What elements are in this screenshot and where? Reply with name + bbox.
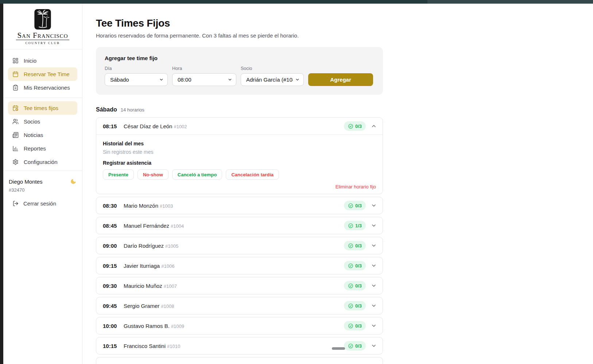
attendance-button-presente[interactable]: Presente bbox=[103, 169, 134, 180]
sidebar-item-socios[interactable]: Socios bbox=[8, 115, 77, 128]
sidebar-item-mis-reservaciones[interactable]: Mis Reservaciones bbox=[8, 81, 77, 94]
chevron-down-icon[interactable] bbox=[371, 303, 377, 309]
member-id: #1010 bbox=[167, 344, 180, 349]
sidebar-item-reservar-tee-time[interactable]: Reservar Tee Time bbox=[8, 67, 77, 81]
member-name: Mario Monzón#1003 bbox=[124, 203, 344, 209]
attendance-button-cancelaci-n-tard-a[interactable]: Cancelación tardía bbox=[226, 169, 279, 180]
sidebar-item-noticias[interactable]: Noticias bbox=[8, 128, 77, 142]
hora-label: Hora bbox=[172, 66, 236, 71]
sidebar-item-label: Tee times fijos bbox=[24, 105, 58, 111]
socio-label: Socio bbox=[241, 66, 304, 71]
faults-badge: 0/3 bbox=[344, 121, 366, 131]
tee-time-row[interactable]: 09:30 Mauricio Muñoz#1007 0/3 bbox=[96, 277, 383, 294]
tee-time: 09:45 bbox=[103, 303, 124, 309]
faults-count: 0/3 bbox=[355, 124, 362, 129]
chevron-down-icon[interactable] bbox=[371, 203, 377, 208]
tee-time: 10:15 bbox=[103, 343, 124, 349]
chevron-down-icon[interactable] bbox=[371, 343, 377, 349]
tee-time-card: 08:15 César Díaz de León#1002 0/3 Histor… bbox=[96, 117, 383, 194]
tee-time-row[interactable]: 08:15 César Díaz de León#1002 0/3 bbox=[96, 118, 383, 134]
sidebar-item-tee-times-fijos[interactable]: Tee times fijos bbox=[8, 101, 77, 115]
faults-count: 0/3 bbox=[355, 343, 362, 349]
tee-time-row[interactable]: 08:45 Manuel Fernández#1004 1/3 bbox=[96, 217, 383, 234]
calendar-icon bbox=[12, 71, 19, 77]
user-name: Diego Montes bbox=[9, 179, 43, 185]
tee-time-row[interactable]: 09:15 Javier Iturriaga#1006 0/3 bbox=[96, 257, 383, 274]
chevron-down-icon[interactable] bbox=[371, 283, 377, 289]
member-name: Francisco Santini#1010 bbox=[124, 343, 344, 349]
member-id: #1004 bbox=[171, 223, 184, 229]
member-name: Manuel Fernández#1004 bbox=[124, 223, 344, 229]
chevron-down-icon bbox=[228, 77, 232, 82]
faults-count: 0/3 bbox=[355, 263, 362, 269]
dia-select[interactable]: Sábado bbox=[105, 73, 168, 86]
delete-fixed-tee-time-link[interactable]: Eliminar horario fijo bbox=[103, 184, 376, 189]
faults-badge: 0/3 bbox=[344, 261, 366, 270]
faults-count: 1/3 bbox=[355, 223, 362, 228]
attendance-button-cancel-a-tiempo[interactable]: Canceló a tiempo bbox=[172, 169, 222, 180]
tee-time: 10:00 bbox=[103, 323, 124, 329]
chevron-down-icon[interactable] bbox=[371, 243, 377, 248]
sidebar-divider bbox=[3, 98, 82, 98]
tee-time-card: 10:15 Francisco Santini#1010 0/3 bbox=[96, 337, 383, 355]
member-name: César Díaz de León#1002 bbox=[124, 123, 344, 129]
newspaper-icon bbox=[12, 132, 19, 138]
attendance-button-no-show[interactable]: No-show bbox=[137, 169, 168, 180]
scroll-indicator[interactable] bbox=[332, 347, 345, 350]
chevron-down-icon[interactable] bbox=[371, 263, 377, 269]
member-id: #1009 bbox=[171, 324, 184, 329]
member-id: #1005 bbox=[165, 243, 178, 249]
member-name: Mauricio Muñoz#1007 bbox=[124, 283, 344, 289]
tee-time-row[interactable]: 10:00 Gustavo Ramos B.#1009 0/3 bbox=[96, 317, 383, 334]
chevron-up-icon[interactable] bbox=[371, 123, 377, 129]
faults-badge: 0/3 bbox=[344, 241, 366, 250]
tee-time-row[interactable]: 09:00 Darío Rodríguez#1005 0/3 bbox=[96, 237, 383, 254]
clipboard-icon bbox=[12, 85, 19, 91]
faults-badge: 0/3 bbox=[344, 201, 366, 210]
tee-time-card: 08:45 Manuel Fernández#1004 1/3 bbox=[96, 217, 383, 234]
member-name: Javier Iturriaga#1006 bbox=[124, 263, 344, 269]
faults-count: 0/3 bbox=[355, 303, 362, 309]
day-section-header: Sábado 14 horarios bbox=[96, 106, 593, 113]
socio-select[interactable]: Adrián García (#1083) bbox=[241, 73, 304, 86]
member-id: #1003 bbox=[160, 203, 173, 209]
faults-count: 0/3 bbox=[355, 283, 362, 289]
faults-count: 0/3 bbox=[355, 203, 362, 208]
user-block: Diego Montes #32470 Cerrar sesión bbox=[3, 171, 82, 207]
dia-select-value: Sábado bbox=[110, 77, 129, 83]
sidebar: San Francisco Country Club Inicio Reserv… bbox=[3, 4, 82, 364]
chevron-down-icon[interactable] bbox=[371, 323, 377, 329]
calendar-clock-icon bbox=[12, 105, 19, 111]
add-tee-time-panel: Agregar tee time fijo Día Sábado Hora 08… bbox=[96, 47, 383, 95]
tee-time-row[interactable]: 08:30 Mario Monzón#1003 0/3 bbox=[96, 197, 383, 214]
agregar-button[interactable]: Agregar bbox=[308, 73, 373, 86]
sidebar-item-configuracion[interactable]: Configuración bbox=[8, 155, 77, 169]
chevron-down-icon bbox=[159, 77, 164, 82]
faults-badge: 1/3 bbox=[344, 221, 366, 230]
faults-count: 0/3 bbox=[355, 243, 362, 248]
attendance-title: Registrar asistencia bbox=[103, 160, 376, 166]
tee-time-card: 09:45 Sergio Gramer#1008 0/3 bbox=[96, 297, 383, 314]
bar-chart-icon bbox=[12, 145, 19, 152]
faults-badge: 0/3 bbox=[344, 301, 366, 310]
add-panel-title: Agregar tee time fijo bbox=[105, 55, 374, 61]
tee-time: 08:30 bbox=[103, 203, 124, 209]
faults-count: 0/3 bbox=[355, 323, 362, 329]
tee-time: 09:00 bbox=[103, 243, 124, 249]
sidebar-item-reportes[interactable]: Reportes bbox=[8, 142, 77, 155]
logout-label: Cerrar sesión bbox=[23, 200, 56, 207]
tee-time: 08:15 bbox=[103, 123, 124, 129]
moon-icon[interactable] bbox=[70, 178, 77, 185]
sidebar-item-inicio[interactable]: Inicio bbox=[8, 54, 77, 67]
top-bar bbox=[0, 0, 593, 4]
logout-button[interactable]: Cerrar sesión bbox=[9, 200, 77, 207]
users-icon bbox=[12, 118, 19, 125]
faults-badge: 0/3 bbox=[344, 321, 366, 330]
chevron-down-icon[interactable] bbox=[371, 223, 377, 228]
tee-time-row[interactable]: 10:15 Francisco Santini#1010 0/3 bbox=[96, 337, 383, 354]
user-member-id: #32470 bbox=[9, 187, 77, 193]
hora-select[interactable]: 08:00 bbox=[172, 73, 236, 86]
tee-time-card: 09:15 Javier Iturriaga#1006 0/3 bbox=[96, 257, 383, 274]
tee-time-row[interactable] bbox=[96, 357, 383, 364]
tee-time-row[interactable]: 09:45 Sergio Gramer#1008 0/3 bbox=[96, 297, 383, 314]
